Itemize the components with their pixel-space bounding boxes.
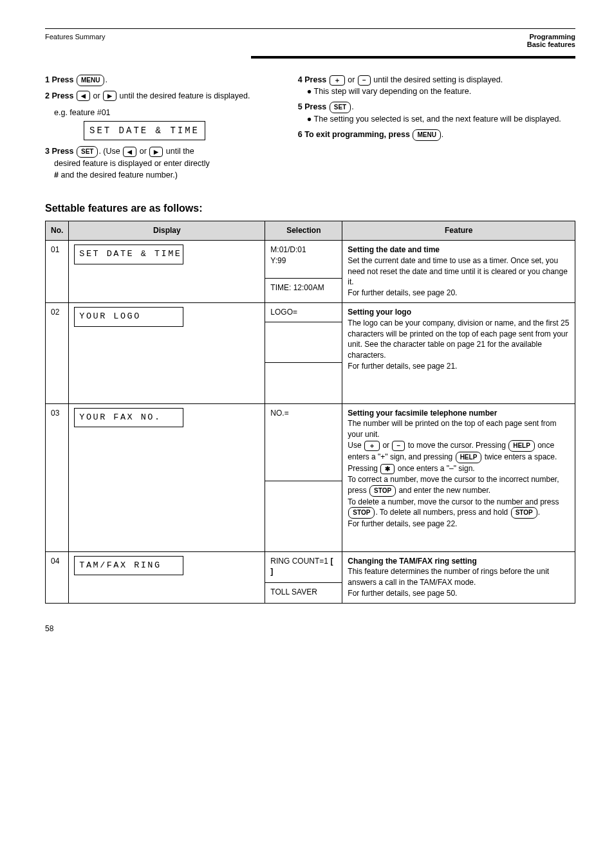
intro-step3b: desired feature is displayed or enter di… bbox=[54, 158, 272, 169]
minus-key-icon: − bbox=[392, 441, 405, 451]
intro-step6: 6 To exit programming, press MENU. bbox=[298, 129, 575, 141]
intro-step5: 5 Press SET. bbox=[298, 101, 575, 113]
intro-step1: 1 Press MENU. bbox=[45, 74, 272, 86]
display-box: TAM/FAX RING bbox=[74, 556, 183, 576]
plus-key-icon: ＋ bbox=[364, 441, 380, 451]
header-right-section: Programming bbox=[527, 33, 575, 41]
intro-step5-note: ● The setting you selected is set, and t… bbox=[307, 113, 575, 125]
intro-step4: 4 Press ＋ or − until the desired setting… bbox=[298, 74, 575, 86]
header-left-title: Features Summary bbox=[45, 33, 106, 41]
stop-key-icon: STOP bbox=[348, 507, 375, 519]
feature-title: Changing the TAM/FAX ring setting bbox=[348, 557, 476, 566]
feature-body: Set the current date and time to use as … bbox=[348, 256, 568, 287]
minus-key-icon: − bbox=[358, 75, 371, 86]
table-row: 02 YOUR LOGO LOGO= Setting your logo The… bbox=[46, 302, 575, 322]
intro-display-box: SET DATE & TIME bbox=[84, 121, 205, 140]
col-display: Display bbox=[69, 221, 265, 241]
stop-key-icon: STOP bbox=[369, 485, 396, 497]
menu-key-icon: MENU bbox=[413, 129, 440, 141]
left-arrow-key-icon bbox=[123, 147, 136, 157]
table-row: 04 TAM/FAX RING RING COUNT=1 [ ] Changin… bbox=[46, 551, 575, 583]
feature-title: Setting your facsimile telephone number bbox=[348, 409, 497, 418]
plus-key-icon: ＋ bbox=[330, 75, 345, 86]
section-title: Settable features are as follows: bbox=[45, 203, 575, 214]
star-key-icon: ✱ bbox=[380, 464, 395, 474]
table-row: 03 YOUR FAX NO. NO.= Setting your facsim… bbox=[46, 403, 575, 481]
feature-body: The number will be printed on the top of… bbox=[348, 419, 556, 439]
intro-step2: 2 Press or until the desired feature is … bbox=[45, 90, 272, 102]
intro-step3: 3 Press SET. (Use or until the bbox=[45, 145, 272, 158]
help-key-icon: HELP bbox=[456, 452, 482, 463]
set-key-icon: SET bbox=[77, 146, 98, 158]
table-row: 01 SET DATE & TIME M:01/D:01 Y:99 Settin… bbox=[46, 241, 575, 279]
col-selection: Selection bbox=[265, 221, 342, 241]
feature-ref: For further details, see page 50. bbox=[348, 589, 457, 598]
feature-body: This feature determines the number of ri… bbox=[348, 567, 549, 587]
intro-step4-note: ● This step will vary depending on the f… bbox=[307, 86, 575, 97]
intro-example-label: e.g. feature #01 bbox=[54, 107, 272, 118]
feature-ref: For further details, see page 21. bbox=[348, 362, 457, 371]
col-no: No. bbox=[46, 221, 69, 241]
feature-title: Setting your logo bbox=[348, 308, 411, 317]
right-arrow-key-icon bbox=[103, 91, 116, 101]
display-box: YOUR LOGO bbox=[74, 307, 183, 327]
menu-key-icon: MENU bbox=[77, 75, 104, 86]
feature-body: The logo can be your company, division o… bbox=[348, 319, 569, 360]
left-arrow-key-icon bbox=[77, 91, 90, 101]
set-key-icon: SET bbox=[330, 102, 351, 113]
display-box: YOUR FAX NO. bbox=[74, 408, 183, 428]
feature-ref: For further details, see page 22. bbox=[348, 519, 457, 528]
display-box: SET DATE & TIME bbox=[74, 245, 183, 264]
right-arrow-key-icon bbox=[149, 147, 163, 157]
page-number: 58 bbox=[45, 624, 575, 633]
help-key-icon: HELP bbox=[508, 440, 535, 452]
header-right-table: Basic features bbox=[527, 41, 575, 48]
features-table: No. Display Selection Feature 01 SET DAT… bbox=[45, 221, 575, 604]
col-feature: Feature bbox=[342, 221, 575, 241]
feature-ref: For further details, see page 20. bbox=[348, 288, 457, 297]
intro-step3c: # and the desired feature number.) bbox=[54, 169, 272, 181]
feature-title: Setting the date and time bbox=[348, 245, 440, 254]
stop-key-icon: STOP bbox=[511, 507, 537, 519]
